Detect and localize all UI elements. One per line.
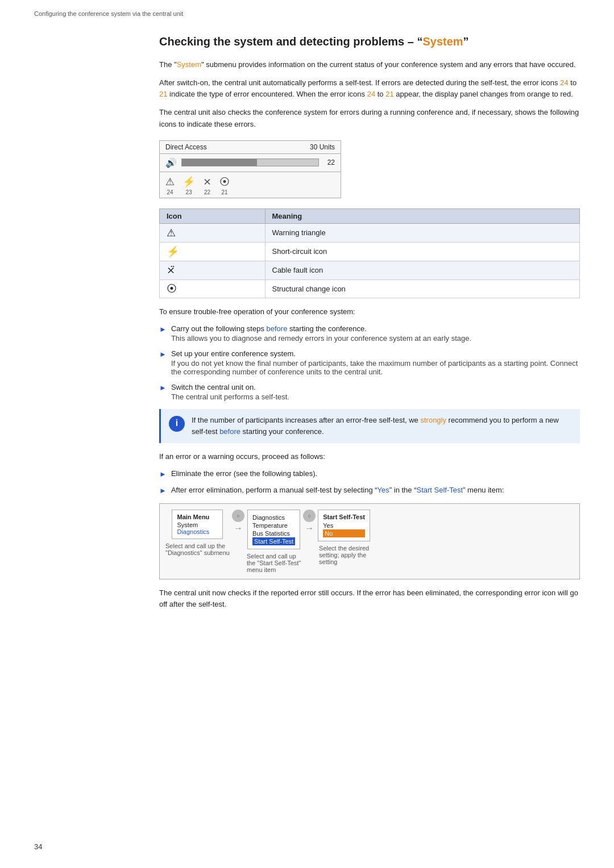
meaning-shortcircuit: Short-circuit icon — [265, 242, 580, 261]
closing-text: The central unit now checks if the repor… — [159, 587, 580, 610]
display-icon-structural: ⦿ 21 — [219, 176, 230, 195]
title-prefix: Checking the system and detecting proble… — [159, 35, 422, 48]
step-3-col: Start Self-Test Yes No Select the desire… — [318, 510, 370, 565]
display-middle: 🔊 22 — [160, 154, 341, 172]
meaning-warning: Warning triangle — [265, 223, 580, 242]
steps-diagram: Main Menu System Diagnostics Select and … — [159, 503, 580, 579]
direct-access-label: Direct Access — [165, 143, 207, 151]
list-item: ► Set up your entire conference system. … — [159, 349, 580, 376]
header-text: Configuring the conference system via th… — [34, 10, 183, 17]
icon-structural: ⦿ — [160, 279, 265, 298]
list-item: ► After error elimination, perform a man… — [159, 486, 580, 495]
trouble-free-intro: To ensure trouble-free operation of your… — [159, 306, 580, 318]
step-box-3: Start Self-Test Yes No — [318, 510, 370, 541]
display-icon-shortcircuit: ⚡ 23 — [182, 176, 195, 195]
display-panel-diagram: Direct Access 30 Units 🔊 22 ⚠ 24 ⚡ 23 ⨯ … — [159, 140, 341, 198]
bullet-arrow-icon: ► — [159, 350, 167, 358]
title-highlight: System — [422, 35, 463, 48]
progress-bar — [181, 158, 319, 166]
knob-icon: ○ — [303, 510, 316, 522]
display-icon-warning: ⚠ 24 — [165, 176, 175, 195]
knob-icon: ○ — [232, 510, 244, 522]
bullet-content: Set up your entire conference system. If… — [171, 349, 580, 376]
bullet-arrow-icon: ► — [159, 325, 167, 333]
paragraph-3: The central unit also checks the confere… — [159, 107, 580, 130]
error-bullet-list: ► Eliminate the error (see the following… — [159, 469, 580, 495]
paragraph-2: After switch-on, the central unit automa… — [159, 77, 580, 100]
units-count: 30 Units — [310, 143, 335, 151]
step-arrow-2: ○ → — [301, 510, 318, 533]
page-number: 34 — [34, 842, 42, 851]
step-1-col: Main Menu System Diagnostics Select and … — [165, 510, 230, 556]
step-2-desc: Select and call upthe "Start Self-Test"m… — [247, 553, 301, 573]
info-icon: i — [169, 416, 185, 432]
table-row: ⚠ Warning triangle — [160, 223, 580, 242]
table-header-icon: Icon — [160, 208, 265, 223]
bullet-arrow-icon: ► — [159, 486, 167, 495]
title-suffix: ” — [463, 35, 469, 48]
page-title: Checking the system and detecting proble… — [159, 34, 580, 49]
step-2-col: Diagnostics Temperature Bus Statistics S… — [247, 510, 301, 573]
icon-warning: ⚠ — [160, 223, 265, 242]
speaker-icon: 🔊 — [165, 157, 177, 168]
list-item: ► Switch the central unit on. The centra… — [159, 383, 580, 401]
bullet-content: After error elimination, perform a manua… — [171, 486, 580, 495]
bullet-arrow-icon: ► — [159, 383, 167, 392]
meaning-cablefault: Cable fault icon — [265, 261, 580, 279]
error-warning-intro: If an error or a warning occurs, proceed… — [159, 451, 580, 462]
bullet-content: Eliminate the error (see the following t… — [171, 469, 580, 479]
step-1-desc: Select and call up the"Diagnostics" subm… — [165, 542, 230, 556]
bullet-content: Switch the central unit on. The central … — [171, 383, 580, 401]
progress-bar-fill — [182, 159, 257, 166]
table-row: ⦿ Structural change icon — [160, 279, 580, 298]
table-header-meaning: Meaning — [265, 208, 580, 223]
step-arrow-1: ○ → — [230, 510, 247, 533]
icon-cablefault: ⨯̈ — [160, 261, 265, 279]
table-row: ⚡ Short-circuit icon — [160, 242, 580, 261]
step-3-desc: Select the desiredsetting; apply thesett… — [319, 545, 369, 565]
step-box-1: Main Menu System Diagnostics — [172, 510, 223, 539]
bullet-list: ► Carry out the following steps before s… — [159, 324, 580, 401]
info-box: i If the number of participants increase… — [159, 409, 580, 443]
display-top-bar: Direct Access 30 Units — [160, 141, 341, 154]
page-header: Configuring the conference system via th… — [0, 0, 614, 17]
display-icon-cablefault: ⨯ 22 — [203, 176, 211, 195]
bullet-content: Carry out the following steps before sta… — [171, 324, 580, 343]
step-box-2: Diagnostics Temperature Bus Statistics S… — [247, 510, 300, 549]
progress-number: 22 — [323, 158, 335, 166]
meaning-structural: Structural change icon — [265, 279, 580, 298]
table-row: ⨯̈ Cable fault icon — [160, 261, 580, 279]
icon-meaning-table: Icon Meaning ⚠ Warning triangle ⚡ Short-… — [159, 208, 580, 298]
paragraph-1: The "System" submenu provides informatio… — [159, 59, 580, 70]
list-item: ► Eliminate the error (see the following… — [159, 469, 580, 479]
info-box-text: If the number of participants increases … — [192, 415, 572, 437]
list-item: ► Carry out the following steps before s… — [159, 324, 580, 343]
icon-shortcircuit: ⚡ — [160, 242, 265, 261]
bullet-arrow-icon: ► — [159, 470, 167, 478]
display-icons-row: ⚠ 24 ⚡ 23 ⨯ 22 ⦿ 21 — [160, 172, 341, 198]
